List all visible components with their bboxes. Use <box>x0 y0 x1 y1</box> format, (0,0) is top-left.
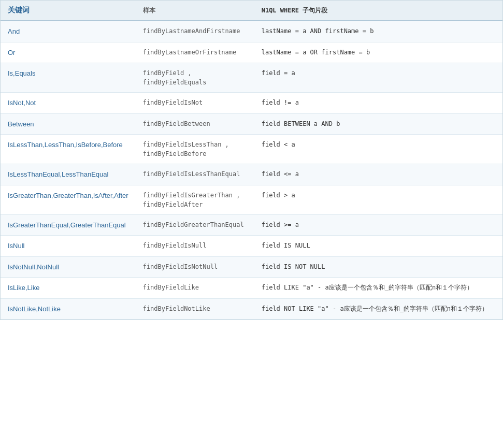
cell-n1ql: field < a <box>254 135 502 164</box>
header-n1ql: N1QL WHERE 子句片段 <box>254 1 502 21</box>
cell-sample: findByFieldGreaterThanEqual <box>136 214 254 236</box>
table-row: Is,EqualsfindByField , findByFieldEquals… <box>1 63 502 93</box>
main-table-container: 关键词 样本 N1QL WHERE 子句片段 AndfindByLastname… <box>0 0 503 320</box>
cell-n1ql: field >= a <box>254 214 502 236</box>
table-row: BetweenfindByFieldBetweenfield BETWEEN a… <box>1 113 502 135</box>
table-row: OrfindByLastnameOrFirstnamelastName = a … <box>1 42 502 63</box>
cell-sample: findByFieldIsLessThan , findByFieldBefor… <box>136 135 254 164</box>
cell-n1ql: field IS NOT NULL <box>254 256 502 278</box>
table-row: IsNotNull,NotNullfindByFieldIsNotNullfie… <box>1 256 502 278</box>
cell-sample: findByFieldBetween <box>136 113 254 135</box>
cell-keyword: IsNotNull,NotNull <box>1 256 136 278</box>
cell-keyword: Or <box>1 42 136 63</box>
cell-sample: findByFieldLike <box>136 278 254 299</box>
cell-sample: findByFieldIsLessThanEqual <box>136 164 254 185</box>
table-row: IsLessThanEqual,LessThanEqualfindByField… <box>1 164 502 185</box>
cell-n1ql: field > a <box>254 185 502 214</box>
table-row: IsGreaterThanEqual,GreaterThanEqualfindB… <box>1 214 502 236</box>
table-row: IsGreaterThan,GreaterThan,IsAfter,Afterf… <box>1 185 502 214</box>
cell-sample: findByFieldIsNot <box>136 93 254 114</box>
cell-keyword: IsLessThan,LessThan,IsBefore,Before <box>1 135 136 164</box>
table-row: IsLike,LikefindByFieldLikefield LIKE "a"… <box>1 278 502 299</box>
table-row: AndfindByLastnameAndFirstnamelastName = … <box>1 21 502 42</box>
cell-n1ql: field = a <box>254 63 502 93</box>
cell-keyword: Is,Equals <box>1 63 136 93</box>
keywords-table: 关键词 样本 N1QL WHERE 子句片段 AndfindByLastname… <box>1 1 502 320</box>
cell-keyword: Between <box>1 113 136 135</box>
cell-sample: findByFieldIsNull <box>136 236 254 257</box>
cell-sample: findByField , findByFieldEquals <box>136 63 254 93</box>
cell-n1ql: field != a <box>254 93 502 114</box>
cell-sample: findByLastnameOrFirstname <box>136 42 254 63</box>
cell-keyword: IsNot,Not <box>1 93 136 114</box>
cell-keyword: IsLike,Like <box>1 278 136 299</box>
header-keyword: 关键词 <box>1 1 136 21</box>
cell-n1ql: field BETWEEN a AND b <box>254 113 502 135</box>
cell-keyword: IsGreaterThan,GreaterThan,IsAfter,After <box>1 185 136 214</box>
cell-keyword: IsLessThanEqual,LessThanEqual <box>1 164 136 185</box>
cell-n1ql: field <= a <box>254 164 502 185</box>
table-row: IsNotLike,NotLikefindByFieldNotLikefield… <box>1 298 502 320</box>
cell-sample: findByFieldIsNotNull <box>136 256 254 278</box>
table-row: IsNot,NotfindByFieldIsNotfield != a <box>1 93 502 114</box>
cell-n1ql: field LIKE "a" - a应该是一个包含％和_的字符串（匹配n和１个字… <box>254 278 502 299</box>
cell-sample: findByFieldIsGreaterThan , findByFieldAf… <box>136 185 254 214</box>
cell-keyword: IsNotLike,NotLike <box>1 298 136 320</box>
table-row: IsNullfindByFieldIsNullfield IS NULL <box>1 236 502 257</box>
cell-sample: findByLastnameAndFirstname <box>136 21 254 42</box>
cell-n1ql: lastName = a OR firstName = b <box>254 42 502 63</box>
header-sample: 样本 <box>136 1 254 21</box>
cell-n1ql: field IS NULL <box>254 236 502 257</box>
cell-n1ql: field NOT LIKE "a" - a应该是一个包含％和_的字符串（匹配n… <box>254 298 502 320</box>
cell-keyword: IsNull <box>1 236 136 257</box>
cell-sample: findByFieldNotLike <box>136 298 254 320</box>
table-row: IsLessThan,LessThan,IsBefore,BeforefindB… <box>1 135 502 164</box>
table-header-row: 关键词 样本 N1QL WHERE 子句片段 <box>1 1 502 21</box>
cell-keyword: And <box>1 21 136 42</box>
cell-keyword: IsGreaterThanEqual,GreaterThanEqual <box>1 214 136 236</box>
cell-n1ql: lastName = a AND firstName = b <box>254 21 502 42</box>
